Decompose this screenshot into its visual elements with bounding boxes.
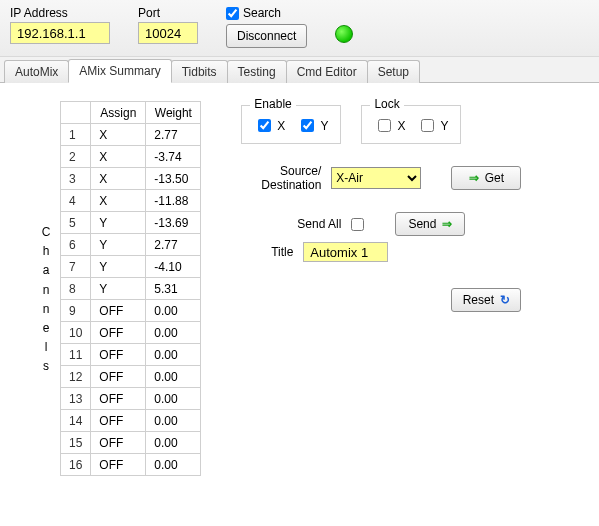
table-row[interactable]: 10OFF0.00 [61,322,201,344]
enable-y-checkbox[interactable] [301,119,314,132]
row-weight: 0.00 [146,410,201,432]
tab-amix-summary[interactable]: AMix Summary [68,59,171,83]
tab-strip: AutoMix AMix Summary Tidbits Testing Cmd… [0,57,599,83]
row-assign: Y [91,278,146,300]
port-input[interactable] [138,22,198,44]
right-column: Enable X Y Lock X Y Source/ Destination … [241,101,521,476]
row-index: 4 [61,190,91,212]
row-index: 11 [61,344,91,366]
table-row[interactable]: 4X-11.88 [61,190,201,212]
table-row[interactable]: 14OFF0.00 [61,410,201,432]
row-index: 15 [61,432,91,454]
search-checkbox-row[interactable]: Search [226,6,307,20]
table-row[interactable]: 15OFF0.00 [61,432,201,454]
get-button[interactable]: ⇒ Get [451,166,521,190]
row-weight: -11.88 [146,190,201,212]
row-index: 13 [61,388,91,410]
tab-testing[interactable]: Testing [227,60,287,83]
search-checkbox[interactable] [226,7,239,20]
row-index: 3 [61,168,91,190]
row-weight: -13.69 [146,212,201,234]
row-weight: -13.50 [146,168,201,190]
row-weight: -3.74 [146,146,201,168]
row-index: 16 [61,454,91,476]
table-row[interactable]: 13OFF0.00 [61,388,201,410]
row-assign: OFF [91,432,146,454]
enable-x-checkbox-row[interactable]: X [254,116,285,135]
title-row: Title [241,242,521,262]
arrow-right-icon: ⇒ [442,217,452,231]
row-weight: 2.77 [146,124,201,146]
tab-automix[interactable]: AutoMix [4,60,69,83]
connection-column: Search Disconnect [226,6,307,48]
ip-input[interactable] [10,22,110,44]
row-assign: Y [91,212,146,234]
row-weight: 0.00 [146,432,201,454]
refresh-icon: ↻ [500,293,510,307]
enable-legend: Enable [250,97,295,111]
lock-y-checkbox[interactable] [421,119,434,132]
search-label: Search [243,6,281,20]
lock-x-checkbox[interactable] [378,119,391,132]
row-weight: 0.00 [146,388,201,410]
sendall-label: Send All [297,217,341,231]
row-assign: Y [91,234,146,256]
srcdest-select[interactable]: X-Air [331,167,421,189]
enable-lock-row: Enable X Y Lock X Y [241,105,521,144]
reset-row: Reset ↻ [241,288,521,312]
row-index: 10 [61,322,91,344]
row-assign: X [91,124,146,146]
tab-setup[interactable]: Setup [367,60,420,83]
table-row[interactable]: 9OFF0.00 [61,300,201,322]
row-index: 12 [61,366,91,388]
status-indicator-icon [335,25,353,43]
table-row[interactable]: 16OFF0.00 [61,454,201,476]
row-assign: OFF [91,454,146,476]
title-input[interactable] [303,242,388,262]
table-row[interactable]: 8Y5.31 [61,278,201,300]
col-header-idx [61,102,91,124]
arrow-right-icon: ⇒ [469,171,479,185]
col-header-weight: Weight [146,102,201,124]
table-row[interactable]: 5Y-13.69 [61,212,201,234]
tab-tidbits[interactable]: Tidbits [171,60,228,83]
row-assign: OFF [91,322,146,344]
table-row[interactable]: 7Y-4.10 [61,256,201,278]
row-weight: 5.31 [146,278,201,300]
sendall-row: Send All Send ⇒ [297,212,521,236]
enable-y-checkbox-row[interactable]: Y [297,116,328,135]
srcdest-label: Source/ Destination [241,164,321,192]
table-row[interactable]: 6Y2.77 [61,234,201,256]
table-row[interactable]: 12OFF0.00 [61,366,201,388]
row-assign: Y [91,256,146,278]
row-weight: 0.00 [146,454,201,476]
top-toolbar: IP Address Port Search Disconnect [0,0,599,57]
table-row[interactable]: 2X-3.74 [61,146,201,168]
row-assign: OFF [91,410,146,432]
enable-x-checkbox[interactable] [258,119,271,132]
enable-group: Enable X Y [241,105,341,144]
row-index: 6 [61,234,91,256]
tab-content: Channels Assign Weight 1X2.772X-3.743X-1… [0,83,599,494]
row-assign: X [91,146,146,168]
reset-button[interactable]: Reset ↻ [451,288,521,312]
table-row[interactable]: 11OFF0.00 [61,344,201,366]
send-button[interactable]: Send ⇒ [395,212,465,236]
row-weight: 2.77 [146,234,201,256]
disconnect-button[interactable]: Disconnect [226,24,307,48]
sendall-checkbox[interactable] [351,218,364,231]
row-index: 1 [61,124,91,146]
ip-field-group: IP Address [10,6,110,44]
row-assign: OFF [91,366,146,388]
row-weight: 0.00 [146,366,201,388]
row-index: 5 [61,212,91,234]
lock-x-checkbox-row[interactable]: X [374,116,405,135]
tab-cmd-editor[interactable]: Cmd Editor [286,60,368,83]
row-assign: OFF [91,344,146,366]
title-label: Title [241,245,293,259]
table-row[interactable]: 1X2.77 [61,124,201,146]
lock-y-checkbox-row[interactable]: Y [417,116,448,135]
row-index: 14 [61,410,91,432]
table-row[interactable]: 3X-13.50 [61,168,201,190]
channels-table: Assign Weight 1X2.772X-3.743X-13.504X-11… [60,101,201,476]
